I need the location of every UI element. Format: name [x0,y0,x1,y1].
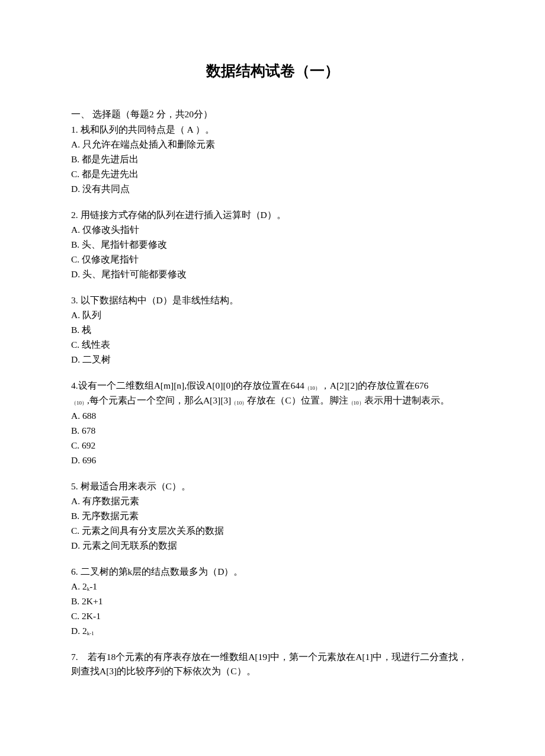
opt-pre: D. 2 [71,626,87,636]
option-a: A. 688 [71,409,474,423]
option-d: D. 没有共同点 [71,182,474,196]
opt-sub: k [87,586,90,592]
question-7: 7. 若有18个元素的有序表存放在一维数组A[19]中，第一个元素放在A[1]中… [71,650,474,678]
option-c: C. 仅修改尾指针 [71,252,474,267]
opt-pre: A. 2 [71,581,87,591]
q4-sub2: （10） [71,400,87,406]
question-text: 7. 若有18个元素的有序表存放在一维数组A[19]中，第一个元素放在A[1]中… [71,650,474,678]
option-c: C. 692 [71,438,474,453]
section-header: 一、 选择题（每题2 分，共20分） [71,107,474,121]
option-b: B. 无序数据元素 [71,509,474,523]
option-d: D. 二叉树 [71,353,474,367]
q4-part3: ,每个元素占一个空间，那么A[3][3] [87,395,231,405]
option-b: B. 678 [71,424,474,438]
question-4: 4.设有一个二维数组A[m][n],假设A[0][0]的存放位置在644（10）… [71,379,474,467]
question-text: 2. 用链接方式存储的队列在进行插入运算时（D）。 [71,208,474,222]
option-b: B. 2K+1 [71,594,474,608]
document-title: 数据结构试卷（一） [71,59,474,82]
question-text: 6. 二叉树的第k层的结点数最多为（D）。 [71,565,474,579]
option-a: A. 有序数据元素 [71,494,474,508]
question-text: 4.设有一个二维数组A[m][n],假设A[0][0]的存放位置在644（10）… [71,379,474,408]
q4-part2: ，A[2][2]的存放位置在676 [320,380,429,390]
question-6: 6. 二叉树的第k层的结点数最多为（D）。 A. 2k-1 B. 2K+1 C.… [71,565,474,638]
option-a: A. 队列 [71,308,474,322]
question-3: 3. 以下数据结构中（D）是非线性结构。 A. 队列 B. 栈 C. 线性表 D… [71,293,474,367]
q4-part4: 存放在（C）位置。脚注 [247,395,348,405]
option-d: D. 头、尾指针可能都要修改 [71,267,474,281]
q4-part5: 表示用十进制表示。 [364,395,450,405]
question-2: 2. 用链接方式存储的队列在进行插入运算时（D）。 A. 仅修改头指针 B. 头… [71,208,474,281]
option-a: A. 仅修改头指针 [71,223,474,237]
option-c: C. 2K-1 [71,609,474,623]
option-c: C. 都是先进先出 [71,167,474,181]
option-d: D. 2k-1 [71,624,474,638]
q4-sub3: （10） [231,400,247,406]
opt-post: -1 [89,581,97,591]
option-d: D. 696 [71,453,474,467]
opt-sub: k-1 [87,630,94,636]
option-a: A. 2k-1 [71,579,474,594]
q4-part1: 4.设有一个二维数组A[m][n],假设A[0][0]的存放位置在644 [71,380,304,390]
question-1: 1. 栈和队列的共同特点是（ A ）。 A. 只允许在端点处插入和删除元素 B.… [71,123,474,196]
question-text: 5. 树最适合用来表示（C）。 [71,479,474,494]
question-text: 3. 以下数据结构中（D）是非线性结构。 [71,293,474,307]
option-b: B. 栈 [71,323,474,337]
option-d: D. 元素之间无联系的数据 [71,539,474,553]
option-b: B. 都是先进后出 [71,152,474,166]
option-c: C. 线性表 [71,338,474,352]
q4-sub4: （10） [348,400,364,406]
option-c: C. 元素之间具有分支层次关系的数据 [71,524,474,538]
option-b: B. 头、尾指针都要修改 [71,238,474,252]
question-5: 5. 树最适合用来表示（C）。 A. 有序数据元素 B. 无序数据元素 C. 元… [71,479,474,553]
q4-sub1: （10） [304,385,320,391]
option-a: A. 只允许在端点处插入和删除元素 [71,137,474,152]
question-text: 1. 栈和队列的共同特点是（ A ）。 [71,123,474,137]
